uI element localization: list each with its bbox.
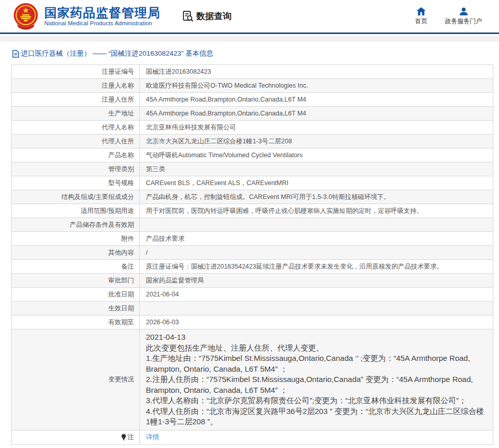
nav-gov-portal-label: 政务服务门户	[445, 17, 482, 26]
table-row: 型号规格 CAREvent BLS，CAREvent ALS，CAREventM…	[12, 176, 493, 190]
row-value	[140, 302, 493, 315]
row-value: 国械注进20163082423	[140, 65, 493, 78]
row-value: 产品由机身，机芯，控制旋钮组成。CAREvent MRI可用于1.5-3.0特斯…	[140, 190, 493, 204]
national-emblem-icon	[12, 3, 39, 30]
row-label: 审批部门	[12, 274, 140, 287]
row-label: 注	[12, 430, 140, 444]
row-value: /	[140, 246, 493, 259]
table-row-change-history: 变更情况 2021-04-13 此次变更包括生产地址、注册人住所、代理人变更。 …	[12, 329, 493, 430]
table-row: 管理类别 第三类	[12, 162, 493, 176]
row-label: 生效日期	[12, 302, 140, 315]
top-navigation: 首页 政务服务门户	[415, 7, 482, 26]
row-value: 详情	[140, 430, 493, 444]
row-label: 生产地址	[12, 107, 140, 120]
row-value: 2021-04-13 此次变更包括生产地址、注册人住所、代理人变更。 1.生产地…	[140, 329, 493, 430]
table-row: 注册人名称 欧途医疗科技有限公司O-TWO Medical Technologi…	[12, 79, 493, 93]
row-value: 北京市大兴区九龙山庄二区综合楼1幢1-3号二层208	[140, 135, 493, 148]
row-label: 型号规格	[12, 176, 140, 190]
data-query-label: 数据查询	[196, 10, 231, 22]
table-row: 其他内容 /	[12, 246, 493, 260]
row-label: 附件	[12, 232, 140, 245]
row-value: 2021-06-04	[140, 288, 493, 301]
bulb-icon	[121, 434, 126, 441]
row-label: 注册证编号	[12, 65, 140, 78]
row-value: 2026-06-03	[140, 316, 493, 329]
table-row: 注册人住所 45A Armthorpe Road,Brampton,Ontari…	[12, 93, 493, 107]
page-icon	[12, 50, 19, 58]
table-row-note: 注 详情	[12, 430, 493, 444]
page-title: 进口医疗器械（注册） —— “国械注进20163082423” 基本信息	[21, 49, 213, 58]
row-value: 45A Armthorpe Road,Brampton,Ontario,Cana…	[140, 93, 493, 106]
header-divider-strip	[0, 36, 499, 42]
table-row: 审批部门 国家药品监督管理局	[12, 274, 493, 288]
nav-home[interactable]: 首页	[415, 7, 427, 26]
data-query-tab[interactable]: 数据查询	[182, 10, 231, 22]
site-header: 国家药品监督管理局 National Medical Products Admi…	[0, 0, 499, 34]
brand-text: 国家药品监督管理局 National Medical Products Admi…	[44, 6, 160, 26]
row-label: 产品名称	[12, 148, 140, 162]
row-label: 结构及组成/主要组成成分	[12, 190, 140, 204]
row-value: 国家药品监督管理局	[140, 274, 493, 287]
row-value: 45A Armthorpe Road,Brampton,Ontario,Cana…	[140, 107, 493, 120]
row-value: 欧途医疗科技有限公司O-TWO Medical Technologies Inc…	[140, 79, 493, 92]
user-icon	[459, 7, 468, 15]
row-label: 注册人名称	[12, 79, 140, 92]
row-value: 原注册证编号：国械注进20163542423延续注册产品技术要求未发生变化，沿用…	[140, 260, 493, 273]
table-row: 生产地址 45A Armthorpe Road,Brampton,Ontario…	[12, 107, 493, 121]
table-row: 生效日期	[12, 302, 493, 316]
row-label: 适用范围/预期用途	[12, 204, 140, 218]
org-name-en: National Medical Products Administration	[44, 20, 160, 26]
home-icon	[417, 7, 426, 15]
table-row: 代理人名称 北京亚林伟业科技发展有限公司	[12, 121, 493, 135]
table-row: 产品储存条件及有效期	[12, 218, 493, 232]
site-logo[interactable]: 国家药品监督管理局 National Medical Products Admi…	[12, 3, 160, 30]
table-row: 批准日期 2021-06-04	[12, 288, 493, 302]
row-label: 代理人住所	[12, 135, 140, 148]
row-value: 产品技术要求	[140, 232, 493, 245]
row-value: 北京亚林伟业科技发展有限公司	[140, 121, 493, 134]
detail-link[interactable]: 详情	[146, 433, 159, 442]
row-label: 批准日期	[12, 288, 140, 301]
row-value: 第三类	[140, 162, 493, 176]
row-label: 备注	[12, 260, 140, 273]
row-label: 管理类别	[12, 162, 140, 176]
row-label: 代理人名称	[12, 121, 140, 134]
table-row: 适用范围/预期用途 用于对医院前，医院内转运呼吸困难，呼吸停止或心肌梗塞病人实施…	[12, 204, 493, 218]
row-value: CAREvent BLS，CAREvent ALS，CAREventMRI	[140, 176, 493, 190]
table-row: 结构及组成/主要组成成分 产品由机身，机芯，控制旋钮组成。CAREvent MR…	[12, 190, 493, 204]
row-value	[140, 218, 493, 231]
row-label: 其他内容	[12, 246, 140, 259]
row-label: 变更情况	[12, 329, 140, 430]
registration-info-table: 注册证编号 国械注进20163082423 注册人名称 欧途医疗科技有限公司O-…	[11, 64, 493, 445]
row-label: 产品储存条件及有效期	[12, 218, 140, 231]
table-row: 产品名称 气动呼吸机Automatic Time/Volumed Cycled …	[12, 148, 493, 162]
row-label: 注册人住所	[12, 93, 140, 106]
row-label: 有效期至	[12, 316, 140, 329]
table-row: 有效期至 2026-06-03	[12, 316, 493, 329]
table-row: 代理人住所 北京市大兴区九龙山庄二区综合楼1幢1-3号二层208	[12, 135, 493, 148]
document-search-icon	[182, 10, 194, 22]
note-label: 注	[128, 433, 135, 442]
table-row: 附件 产品技术要求	[12, 232, 493, 246]
row-value: 用于对医院前，医院内转运呼吸困难，呼吸停止或心肌梗塞病人实施短期的定时，定容呼吸…	[140, 204, 493, 218]
table-row: 注册证编号 国械注进20163082423	[12, 65, 493, 79]
table-row: 备注 原注册证编号：国械注进20163542423延续注册产品技术要求未发生变化…	[12, 260, 493, 274]
breadcrumb: 进口医疗器械（注册） —— “国械注进20163082423” 基本信息	[0, 42, 499, 63]
nav-gov-portal[interactable]: 政务服务门户	[445, 7, 482, 26]
nav-home-label: 首页	[415, 17, 427, 26]
org-name-cn: 国家药品监督管理局	[44, 6, 160, 20]
row-value: 气动呼吸机Automatic Time/Volumed Cycled Venti…	[140, 148, 493, 162]
